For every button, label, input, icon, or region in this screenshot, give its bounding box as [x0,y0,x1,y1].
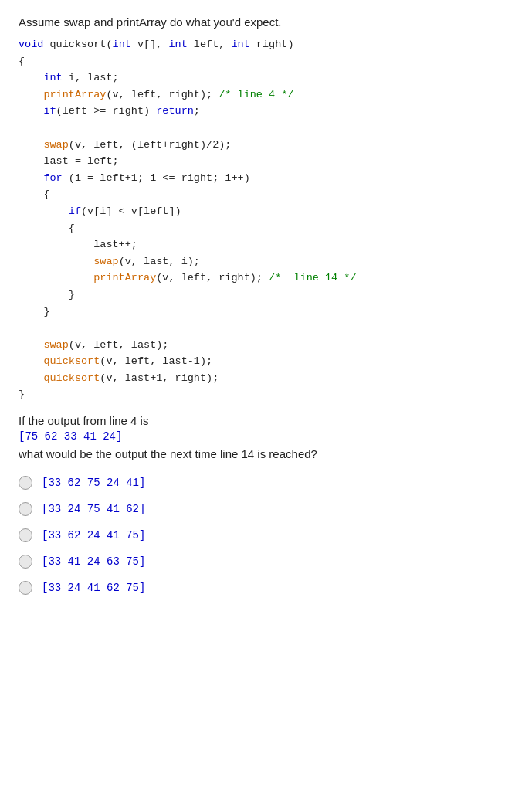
option-c-label: [33 62 24 41 75] [42,529,145,541]
radio-c[interactable] [19,528,32,542]
option-e[interactable]: [33 24 41 62 75] [19,581,513,595]
radio-a[interactable] [19,476,32,490]
radio-b[interactable] [19,502,32,516]
radio-d[interactable] [19,555,32,569]
option-a[interactable]: [33 62 75 24 41] [19,476,513,490]
option-d[interactable]: [33 41 24 63 75] [19,555,513,569]
code-block: void quicksort(int v[], int left, int ri… [19,36,513,403]
option-d-label: [33 41 24 63 75] [42,555,145,568]
option-b[interactable]: [33 24 75 41 62] [19,502,513,516]
question-part2: what would be the output the next time l… [19,447,513,460]
option-b-label: [33 24 75 41 62] [42,503,145,515]
question-part1: If the output from line 4 is [19,414,513,427]
option-e-label: [33 24 41 62 75] [42,582,145,594]
output-array: [75 62 33 41 24] [19,430,513,443]
options-list: [33 62 75 24 41] [33 24 75 41 62] [33 62… [19,476,513,595]
radio-e[interactable] [19,581,32,595]
intro-text: Assume swap and printArray do what you'd… [19,15,513,29]
option-a-label: [33 62 75 24 41] [42,477,145,489]
option-c[interactable]: [33 62 24 41 75] [19,528,513,542]
